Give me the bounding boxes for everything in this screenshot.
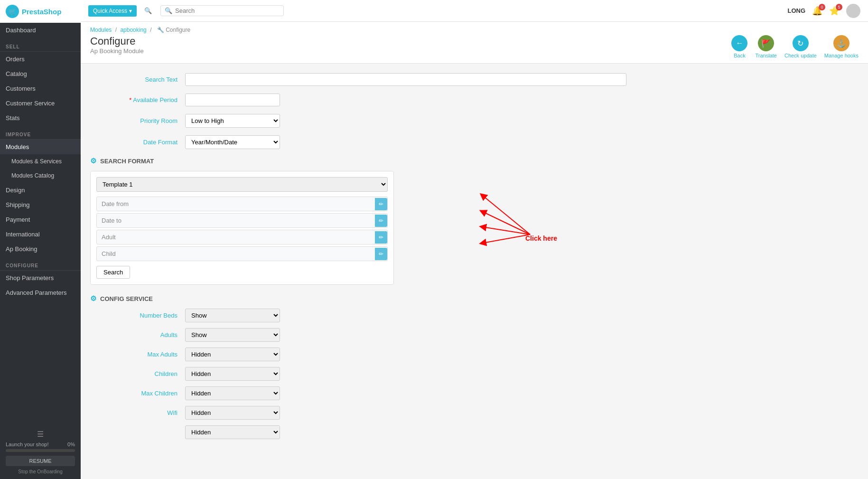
sidebar-item-shop-parameters[interactable]: Shop Parameters xyxy=(0,271,81,285)
config-service-section-header: ⚙ CONFIG SERVICE xyxy=(90,294,859,303)
available-period-label: Available Period xyxy=(90,96,185,103)
children-select[interactable]: Show Hidden xyxy=(185,367,280,381)
max-adults-label: Max Adults xyxy=(90,351,185,358)
child-edit-button[interactable]: ✏ xyxy=(375,248,387,260)
sidebar: 🛒 PrestaShop Dashboard SELL Orders Catal… xyxy=(0,0,81,479)
date-format-label: Date Format xyxy=(90,139,185,146)
check-update-button[interactable]: ↻ Check update xyxy=(784,35,817,58)
extra-row: Hidden Show xyxy=(90,425,859,439)
svg-line-1 xyxy=(483,212,530,235)
breadcrumb: Modules / apbooking / 🔧 Configure xyxy=(90,27,859,33)
sidebar-item-shipping[interactable]: Shipping xyxy=(0,197,81,212)
date-to-row: Date to ✏ xyxy=(96,213,388,228)
collapse-sidebar-button[interactable]: ☰ xyxy=(6,427,75,441)
content-body: Search Text Search Available Period 10 P… xyxy=(81,64,868,454)
search-text-input[interactable]: Search xyxy=(185,73,626,86)
available-period-row: Available Period 10 xyxy=(90,94,859,106)
sidebar-item-modules-catalog[interactable]: Modules Catalog xyxy=(0,169,81,183)
max-adults-select[interactable]: Show Hidden xyxy=(185,348,280,361)
adult-label: Adult xyxy=(97,230,375,244)
breadcrumb-apbooking[interactable]: apbooking xyxy=(120,27,146,33)
search-format-box: Template 1 Template 2 Template 3 Date fr… xyxy=(90,171,394,285)
date-format-select[interactable]: Year/Month/Date Month/Date/Year Date/Mon… xyxy=(185,135,280,149)
manage-hooks-icon: ⚓ xyxy=(833,35,849,51)
sidebar-dashboard[interactable]: Dashboard xyxy=(0,23,81,38)
notifications-button[interactable]: 🔔 0 xyxy=(812,6,822,16)
breadcrumb-configure: 🔧 Configure xyxy=(157,27,190,33)
sidebar-item-international[interactable]: International xyxy=(0,227,81,242)
child-row: Child ✏ xyxy=(96,246,388,261)
topbar: Quick Access ▾ 🔍 🔍 LONG 🔔 0 ⭐ 5 xyxy=(81,0,868,22)
main-area: Quick Access ▾ 🔍 🔍 LONG 🔔 0 ⭐ 5 xyxy=(81,0,868,479)
sidebar-section-improve: IMPROVE xyxy=(0,125,81,139)
svg-line-2 xyxy=(483,227,530,235)
date-to-edit-button[interactable]: ✏ xyxy=(375,215,387,227)
translate-button[interactable]: 🚩 Translate xyxy=(755,35,776,58)
adults-label: Adults xyxy=(90,331,185,338)
sidebar-item-advanced-parameters[interactable]: Advanced Parameters xyxy=(0,285,81,300)
date-from-edit-button[interactable]: ✏ xyxy=(375,198,387,210)
sidebar-item-orders[interactable]: Orders xyxy=(0,52,81,66)
resume-button[interactable]: RESUME xyxy=(6,456,75,466)
chevron-down-icon: ▾ xyxy=(129,8,132,14)
number-beds-select[interactable]: Show Hidden xyxy=(185,309,280,322)
search-icon: 🔍 xyxy=(144,7,152,14)
svg-line-0 xyxy=(483,196,530,235)
page-title-row: Configure Ap Booking Module ← Back 🚩 Tra… xyxy=(90,35,859,58)
priority-room-row: Priority Room Low to High High to Low xyxy=(90,114,859,128)
sidebar-item-modules-services[interactable]: Modules & Services xyxy=(0,154,81,169)
stop-onboarding-link[interactable]: Stop the OnBoarding xyxy=(6,469,75,474)
quick-access-button[interactable]: Quick Access ▾ xyxy=(88,5,137,17)
config-service-icon: ⚙ xyxy=(90,294,96,303)
adult-row: Adult ✏ xyxy=(96,230,388,244)
page-title: Configure xyxy=(90,35,144,47)
adults-select[interactable]: Show Hidden xyxy=(185,328,280,342)
logo-area: 🛒 PrestaShop xyxy=(0,0,81,23)
search-input[interactable] xyxy=(175,7,280,14)
search-format-icon: ⚙ xyxy=(90,157,96,165)
wifi-select[interactable]: Show Hidden xyxy=(185,406,280,420)
back-button[interactable]: ← Back xyxy=(731,35,747,58)
available-period-input[interactable]: 10 xyxy=(185,94,280,106)
number-beds-row: Number Beds Show Hidden xyxy=(90,309,859,322)
sidebar-item-payment[interactable]: Payment xyxy=(0,212,81,227)
max-children-label: Max Children xyxy=(90,390,185,397)
progress-bar xyxy=(6,449,75,452)
search-magnifier-icon: 🔍 xyxy=(165,7,172,14)
date-from-row: Date from ✏ xyxy=(96,197,388,211)
translate-icon: 🚩 xyxy=(758,35,774,51)
tasks-button[interactable]: ⭐ 5 xyxy=(829,6,840,16)
extra-select[interactable]: Hidden Show xyxy=(185,425,280,439)
priority-room-label: Priority Room xyxy=(90,117,185,124)
page-actions: ← Back 🚩 Translate ↻ Check update ⚓ Mana… xyxy=(731,35,859,58)
children-label: Children xyxy=(90,370,185,377)
sidebar-section-configure: CONFIGURE xyxy=(0,256,81,270)
check-update-icon: ↻ xyxy=(793,35,809,51)
template-select-row: Template 1 Template 2 Template 3 xyxy=(96,177,388,192)
sidebar-item-design[interactable]: Design xyxy=(0,183,81,197)
child-label: Child xyxy=(97,247,375,261)
wifi-label: Wifi xyxy=(90,409,185,416)
adult-edit-button[interactable]: ✏ xyxy=(375,231,387,244)
content-area: Modules / apbooking / 🔧 Configure Config… xyxy=(81,22,868,479)
sidebar-bottom: ☰ Launch your shop! 0% RESUME Stop the O… xyxy=(0,422,81,479)
notif-count-badge: 0 xyxy=(819,4,825,10)
sidebar-item-customers[interactable]: Customers xyxy=(0,81,81,96)
breadcrumb-modules[interactable]: Modules xyxy=(90,27,112,33)
search-button[interactable]: Search xyxy=(96,266,130,279)
user-name: LONG xyxy=(787,7,805,14)
avatar[interactable] xyxy=(846,4,860,18)
max-children-select[interactable]: Show Hidden xyxy=(185,386,280,400)
priority-room-select[interactable]: Low to High High to Low xyxy=(185,114,280,128)
sidebar-item-customer-service[interactable]: Customer Service xyxy=(0,96,81,111)
template-select[interactable]: Template 1 Template 2 Template 3 xyxy=(96,177,388,192)
task-count-badge: 5 xyxy=(836,4,842,10)
arrows-svg xyxy=(473,187,568,282)
number-beds-label: Number Beds xyxy=(90,312,185,319)
sidebar-item-stats[interactable]: Stats xyxy=(0,111,81,125)
manage-hooks-button[interactable]: ⚓ Manage hooks xyxy=(824,35,859,58)
sidebar-item-ap-booking[interactable]: Ap Booking xyxy=(0,242,81,256)
logo-text: PrestaShop xyxy=(22,8,61,16)
sidebar-item-modules[interactable]: Modules xyxy=(0,140,81,154)
sidebar-item-catalog[interactable]: Catalog xyxy=(0,66,81,81)
